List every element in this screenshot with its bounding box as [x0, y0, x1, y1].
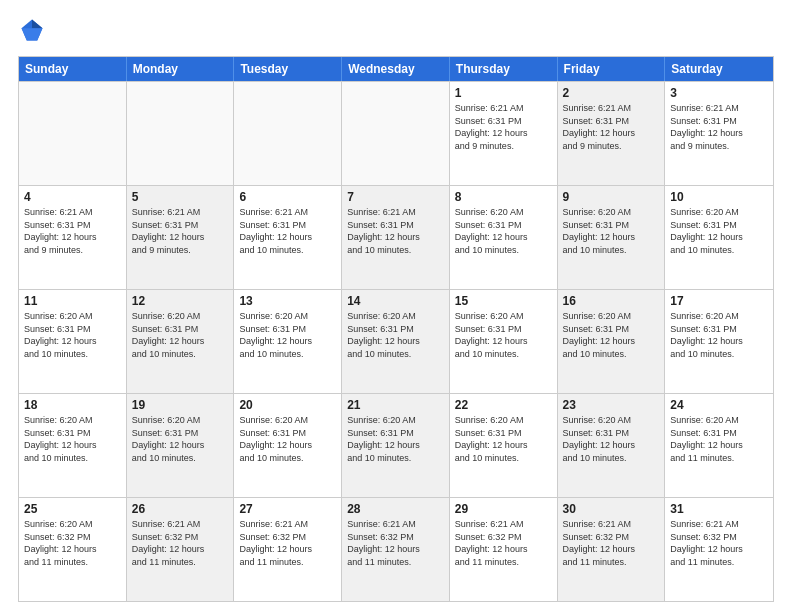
cal-header-monday: Monday	[127, 57, 235, 81]
day-number: 3	[670, 86, 768, 100]
page: SundayMondayTuesdayWednesdayThursdayFrid…	[0, 0, 792, 612]
cal-cell: 7Sunrise: 6:21 AM Sunset: 6:31 PM Daylig…	[342, 186, 450, 289]
day-info: Sunrise: 6:20 AM Sunset: 6:31 PM Dayligh…	[132, 414, 229, 464]
cal-week-5: 25Sunrise: 6:20 AM Sunset: 6:32 PM Dayli…	[19, 497, 773, 601]
cal-header-wednesday: Wednesday	[342, 57, 450, 81]
day-number: 12	[132, 294, 229, 308]
day-number: 28	[347, 502, 444, 516]
day-info: Sunrise: 6:20 AM Sunset: 6:31 PM Dayligh…	[239, 414, 336, 464]
cal-cell: 26Sunrise: 6:21 AM Sunset: 6:32 PM Dayli…	[127, 498, 235, 601]
day-info: Sunrise: 6:20 AM Sunset: 6:31 PM Dayligh…	[455, 206, 552, 256]
day-info: Sunrise: 6:20 AM Sunset: 6:31 PM Dayligh…	[24, 310, 121, 360]
svg-marker-1	[32, 20, 43, 29]
cal-cell: 5Sunrise: 6:21 AM Sunset: 6:31 PM Daylig…	[127, 186, 235, 289]
day-number: 27	[239, 502, 336, 516]
day-number: 9	[563, 190, 660, 204]
day-number: 25	[24, 502, 121, 516]
day-info: Sunrise: 6:20 AM Sunset: 6:32 PM Dayligh…	[24, 518, 121, 568]
cal-cell: 23Sunrise: 6:20 AM Sunset: 6:31 PM Dayli…	[558, 394, 666, 497]
day-info: Sunrise: 6:21 AM Sunset: 6:31 PM Dayligh…	[24, 206, 121, 256]
day-info: Sunrise: 6:20 AM Sunset: 6:31 PM Dayligh…	[563, 206, 660, 256]
day-number: 18	[24, 398, 121, 412]
cal-cell: 29Sunrise: 6:21 AM Sunset: 6:32 PM Dayli…	[450, 498, 558, 601]
cal-cell: 18Sunrise: 6:20 AM Sunset: 6:31 PM Dayli…	[19, 394, 127, 497]
day-info: Sunrise: 6:21 AM Sunset: 6:32 PM Dayligh…	[563, 518, 660, 568]
day-info: Sunrise: 6:20 AM Sunset: 6:31 PM Dayligh…	[132, 310, 229, 360]
day-info: Sunrise: 6:20 AM Sunset: 6:31 PM Dayligh…	[563, 414, 660, 464]
day-info: Sunrise: 6:20 AM Sunset: 6:31 PM Dayligh…	[670, 310, 768, 360]
cal-cell: 28Sunrise: 6:21 AM Sunset: 6:32 PM Dayli…	[342, 498, 450, 601]
day-number: 23	[563, 398, 660, 412]
cal-cell: 1Sunrise: 6:21 AM Sunset: 6:31 PM Daylig…	[450, 82, 558, 185]
day-number: 1	[455, 86, 552, 100]
day-info: Sunrise: 6:21 AM Sunset: 6:32 PM Dayligh…	[132, 518, 229, 568]
cal-cell: 24Sunrise: 6:20 AM Sunset: 6:31 PM Dayli…	[665, 394, 773, 497]
day-info: Sunrise: 6:20 AM Sunset: 6:31 PM Dayligh…	[670, 414, 768, 464]
day-number: 21	[347, 398, 444, 412]
day-number: 20	[239, 398, 336, 412]
day-info: Sunrise: 6:20 AM Sunset: 6:31 PM Dayligh…	[455, 310, 552, 360]
day-number: 22	[455, 398, 552, 412]
day-number: 17	[670, 294, 768, 308]
day-number: 16	[563, 294, 660, 308]
day-number: 30	[563, 502, 660, 516]
cal-cell: 4Sunrise: 6:21 AM Sunset: 6:31 PM Daylig…	[19, 186, 127, 289]
cal-cell	[127, 82, 235, 185]
day-info: Sunrise: 6:21 AM Sunset: 6:32 PM Dayligh…	[455, 518, 552, 568]
day-number: 10	[670, 190, 768, 204]
day-number: 8	[455, 190, 552, 204]
day-info: Sunrise: 6:21 AM Sunset: 6:32 PM Dayligh…	[347, 518, 444, 568]
svg-marker-2	[22, 28, 43, 40]
day-info: Sunrise: 6:21 AM Sunset: 6:31 PM Dayligh…	[563, 102, 660, 152]
cal-cell: 22Sunrise: 6:20 AM Sunset: 6:31 PM Dayli…	[450, 394, 558, 497]
day-number: 7	[347, 190, 444, 204]
calendar-body: 1Sunrise: 6:21 AM Sunset: 6:31 PM Daylig…	[19, 81, 773, 601]
day-info: Sunrise: 6:20 AM Sunset: 6:31 PM Dayligh…	[563, 310, 660, 360]
day-info: Sunrise: 6:20 AM Sunset: 6:31 PM Dayligh…	[455, 414, 552, 464]
day-number: 24	[670, 398, 768, 412]
cal-cell: 21Sunrise: 6:20 AM Sunset: 6:31 PM Dayli…	[342, 394, 450, 497]
cal-header-saturday: Saturday	[665, 57, 773, 81]
day-info: Sunrise: 6:21 AM Sunset: 6:31 PM Dayligh…	[239, 206, 336, 256]
cal-cell: 30Sunrise: 6:21 AM Sunset: 6:32 PM Dayli…	[558, 498, 666, 601]
day-number: 13	[239, 294, 336, 308]
day-number: 31	[670, 502, 768, 516]
day-info: Sunrise: 6:21 AM Sunset: 6:31 PM Dayligh…	[132, 206, 229, 256]
calendar-header-row: SundayMondayTuesdayWednesdayThursdayFrid…	[19, 57, 773, 81]
header	[18, 18, 774, 46]
cal-cell: 11Sunrise: 6:20 AM Sunset: 6:31 PM Dayli…	[19, 290, 127, 393]
cal-cell: 3Sunrise: 6:21 AM Sunset: 6:31 PM Daylig…	[665, 82, 773, 185]
cal-cell	[19, 82, 127, 185]
day-number: 15	[455, 294, 552, 308]
cal-cell: 9Sunrise: 6:20 AM Sunset: 6:31 PM Daylig…	[558, 186, 666, 289]
day-info: Sunrise: 6:20 AM Sunset: 6:31 PM Dayligh…	[24, 414, 121, 464]
logo-icon	[18, 16, 46, 44]
day-number: 11	[24, 294, 121, 308]
cal-header-tuesday: Tuesday	[234, 57, 342, 81]
cal-cell: 8Sunrise: 6:20 AM Sunset: 6:31 PM Daylig…	[450, 186, 558, 289]
cal-cell: 6Sunrise: 6:21 AM Sunset: 6:31 PM Daylig…	[234, 186, 342, 289]
cal-cell: 19Sunrise: 6:20 AM Sunset: 6:31 PM Dayli…	[127, 394, 235, 497]
logo	[18, 18, 48, 46]
day-info: Sunrise: 6:21 AM Sunset: 6:32 PM Dayligh…	[670, 518, 768, 568]
cal-cell: 25Sunrise: 6:20 AM Sunset: 6:32 PM Dayli…	[19, 498, 127, 601]
day-number: 29	[455, 502, 552, 516]
cal-cell: 12Sunrise: 6:20 AM Sunset: 6:31 PM Dayli…	[127, 290, 235, 393]
day-number: 26	[132, 502, 229, 516]
cal-cell: 13Sunrise: 6:20 AM Sunset: 6:31 PM Dayli…	[234, 290, 342, 393]
day-number: 4	[24, 190, 121, 204]
day-number: 5	[132, 190, 229, 204]
cal-cell: 27Sunrise: 6:21 AM Sunset: 6:32 PM Dayli…	[234, 498, 342, 601]
cal-cell: 20Sunrise: 6:20 AM Sunset: 6:31 PM Dayli…	[234, 394, 342, 497]
cal-cell: 31Sunrise: 6:21 AM Sunset: 6:32 PM Dayli…	[665, 498, 773, 601]
cal-cell: 2Sunrise: 6:21 AM Sunset: 6:31 PM Daylig…	[558, 82, 666, 185]
cal-cell: 17Sunrise: 6:20 AM Sunset: 6:31 PM Dayli…	[665, 290, 773, 393]
day-info: Sunrise: 6:21 AM Sunset: 6:31 PM Dayligh…	[347, 206, 444, 256]
cal-cell	[234, 82, 342, 185]
cal-header-friday: Friday	[558, 57, 666, 81]
cal-week-3: 11Sunrise: 6:20 AM Sunset: 6:31 PM Dayli…	[19, 289, 773, 393]
day-info: Sunrise: 6:20 AM Sunset: 6:31 PM Dayligh…	[670, 206, 768, 256]
day-info: Sunrise: 6:20 AM Sunset: 6:31 PM Dayligh…	[347, 310, 444, 360]
cal-cell	[342, 82, 450, 185]
cal-cell: 16Sunrise: 6:20 AM Sunset: 6:31 PM Dayli…	[558, 290, 666, 393]
